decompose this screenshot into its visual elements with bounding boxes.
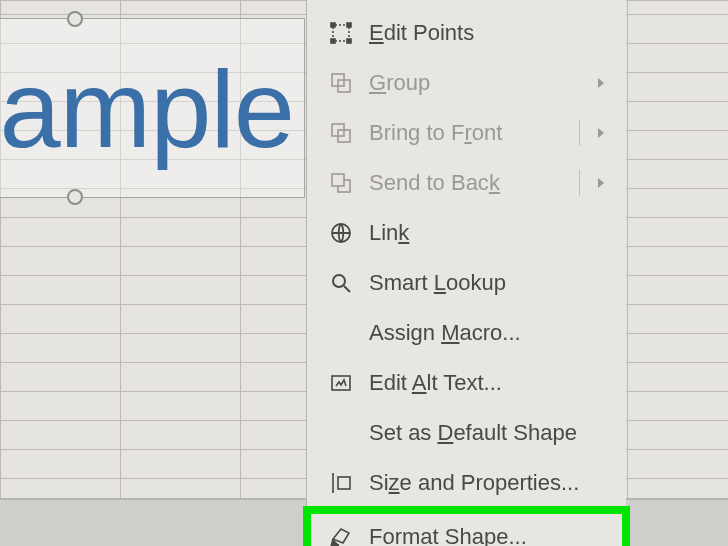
textbox-shape[interactable]: ample <box>0 18 305 198</box>
menu-label: Edit Points <box>369 20 474 46</box>
alt-text-icon <box>327 369 355 397</box>
menu-item-set-default-shape[interactable]: Set as Default Shape <box>307 408 626 458</box>
textbox-text: ample <box>0 45 304 172</box>
menu-label: Size and Properties... <box>369 470 579 496</box>
svg-rect-2 <box>331 39 335 43</box>
menu-label: Edit Alt Text... <box>369 370 502 396</box>
group-icon <box>327 69 355 97</box>
resize-handle-top[interactable] <box>67 11 83 27</box>
menu-item-link[interactable]: Link <box>307 208 626 258</box>
menu-label: Group <box>369 70 430 96</box>
svg-rect-9 <box>332 174 344 186</box>
menu-item-edit-points[interactable]: Edit Points <box>307 8 626 58</box>
menu-item-assign-macro[interactable]: Assign Macro... <box>307 308 626 358</box>
svg-point-11 <box>333 275 345 287</box>
send-to-back-icon <box>327 169 355 197</box>
resize-handle-bottom[interactable] <box>67 189 83 205</box>
smart-lookup-icon <box>327 269 355 297</box>
menu-item-bring-to-front: Bring to Front <box>307 108 626 158</box>
menu-label: Bring to Front <box>369 120 502 146</box>
split-separator <box>579 170 580 196</box>
bring-to-front-icon <box>327 119 355 147</box>
menu-item-format-shape[interactable]: Format Shape... <box>307 510 626 546</box>
menu-item-group: Group <box>307 58 626 108</box>
size-properties-icon <box>327 469 355 497</box>
svg-rect-0 <box>331 23 335 27</box>
edit-points-icon <box>327 19 355 47</box>
context-menu: Edit Points Group Bring to Front <box>306 0 626 546</box>
menu-label: Set as Default Shape <box>369 420 577 446</box>
menu-label: Assign Macro... <box>369 320 521 346</box>
submenu-arrow-icon <box>596 70 606 96</box>
menu-item-size-properties[interactable]: Size and Properties... <box>307 458 626 508</box>
split-separator <box>579 120 580 146</box>
format-shape-icon <box>327 523 355 546</box>
menu-item-send-to-back: Send to Back <box>307 158 626 208</box>
menu-label: Link <box>369 220 409 246</box>
submenu-arrow-icon <box>596 170 606 196</box>
blank-icon <box>327 419 355 447</box>
submenu-arrow-icon <box>596 120 606 146</box>
menu-label: Format Shape... <box>369 524 527 546</box>
menu-label: Send to Back <box>369 170 500 196</box>
blank-icon <box>327 319 355 347</box>
menu-item-smart-lookup[interactable]: Smart Lookup <box>307 258 626 308</box>
svg-rect-13 <box>338 477 350 489</box>
menu-label: Smart Lookup <box>369 270 506 296</box>
menu-item-edit-alt-text[interactable]: Edit Alt Text... <box>307 358 626 408</box>
svg-rect-3 <box>347 39 351 43</box>
link-icon <box>327 219 355 247</box>
svg-rect-12 <box>332 376 350 390</box>
svg-rect-1 <box>347 23 351 27</box>
